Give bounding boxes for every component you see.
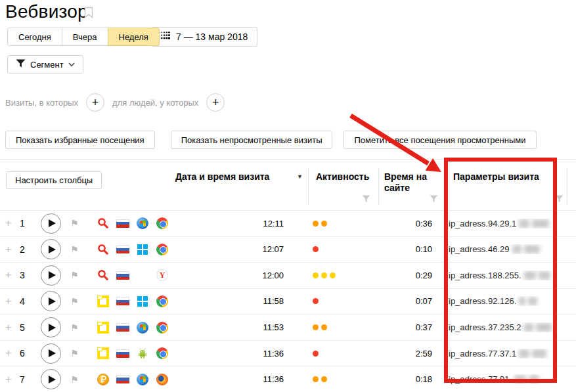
expand-plus-icon[interactable]: + bbox=[5, 218, 17, 229]
visit-time: 11:58 bbox=[263, 296, 308, 306]
expand-plus-icon[interactable]: + bbox=[5, 374, 17, 385]
table-row[interactable]: + 1 ⚑ bbox=[0, 211, 576, 237]
activity-dot bbox=[313, 221, 319, 227]
column-divider bbox=[444, 168, 445, 205]
blurred-ip-segment bbox=[514, 375, 526, 383]
segment-button[interactable]: Сегмент bbox=[7, 55, 83, 74]
play-button[interactable] bbox=[41, 213, 61, 234]
tab-week[interactable]: Неделя bbox=[108, 28, 160, 46]
expand-plus-icon[interactable]: + bbox=[5, 296, 17, 307]
blurred-ip-segment bbox=[539, 271, 550, 280]
table-top-divider bbox=[0, 159, 576, 160]
os-icon bbox=[136, 347, 149, 360]
activity-dot bbox=[313, 246, 319, 252]
flag-marker-icon[interactable]: ⚑ bbox=[70, 297, 81, 306]
play-button[interactable] bbox=[41, 369, 61, 389]
webvisor-page: Вебвизор Сегодня Вчера Неделя 7 — 13 мар… bbox=[0, 0, 576, 392]
play-button[interactable] bbox=[41, 265, 61, 286]
os-icon bbox=[136, 373, 149, 386]
blurred-ip-segment bbox=[532, 219, 549, 228]
expand-plus-icon[interactable]: + bbox=[5, 244, 17, 255]
visit-cell-main: + 1 ⚑ bbox=[0, 211, 308, 236]
play-triangle-icon bbox=[49, 376, 56, 383]
table-row[interactable]: + 7 ⚑ bbox=[0, 366, 576, 392]
column-header-activity: Активность bbox=[316, 171, 369, 183]
activity-dots bbox=[308, 246, 378, 252]
visit-time: 11:36 bbox=[263, 349, 308, 359]
visit-params-cell: ip_adress.77.91. bbox=[444, 374, 565, 384]
activity-dot bbox=[313, 272, 319, 278]
blurred-ip-segment bbox=[532, 349, 546, 358]
tab-today[interactable]: Сегодня bbox=[7, 28, 62, 46]
table-row[interactable]: + 6 ⚑ bbox=[0, 341, 576, 367]
play-button[interactable] bbox=[41, 239, 61, 259]
expand-plus-icon[interactable]: + bbox=[5, 322, 17, 333]
visits-table-body: + 1 ⚑ bbox=[0, 210, 576, 392]
table-row[interactable]: + 4 ⚑ bbox=[0, 289, 576, 315]
visit-time: 11:36 bbox=[263, 374, 308, 384]
activity-dots bbox=[308, 272, 378, 278]
country-flag-icon bbox=[116, 347, 129, 360]
sort-desc-icon[interactable]: ▼ bbox=[297, 173, 303, 180]
row-number: 1 bbox=[20, 218, 34, 229]
visit-params-value: ip_adress.92.126. bbox=[449, 296, 516, 306]
bookmark-icon[interactable] bbox=[84, 7, 93, 21]
visit-time: 12:11 bbox=[263, 219, 308, 229]
table-row[interactable]: + 5 ⚑ bbox=[0, 315, 576, 341]
expand-plus-icon[interactable]: + bbox=[5, 270, 17, 280]
flag-marker-icon[interactable]: ⚑ bbox=[70, 219, 81, 228]
flag-marker-icon[interactable]: ⚑ bbox=[70, 349, 81, 358]
blurred-ip-segment bbox=[528, 297, 537, 305]
browser-icon: Y bbox=[156, 295, 169, 308]
blurred-ip-segment bbox=[519, 349, 529, 358]
flag-marker-icon[interactable]: ⚑ bbox=[70, 323, 81, 332]
table-row[interactable]: + 3 ⚑ bbox=[0, 263, 576, 289]
country-flag-icon bbox=[116, 217, 129, 230]
visit-cell-main: + 7 ⚑ bbox=[0, 366, 308, 392]
traffic-source-icon bbox=[97, 321, 110, 334]
column-header-datetime[interactable]: Дата и время визита bbox=[175, 171, 269, 183]
tab-yesterday[interactable]: Вчера bbox=[62, 28, 108, 46]
segment-builder: Визиты, в которых + для людей, у которых… bbox=[5, 93, 225, 112]
visit-cell-main: + 3 ⚑ bbox=[0, 263, 308, 288]
browser-icon: Y bbox=[156, 347, 169, 360]
date-range-button[interactable]: 7 — 13 мар 2018 bbox=[151, 27, 257, 47]
visit-cell-main: + 2 ⚑ bbox=[0, 237, 308, 263]
play-button[interactable] bbox=[41, 291, 61, 311]
activity-dot bbox=[313, 324, 319, 330]
traffic-source-icon bbox=[97, 243, 110, 256]
activity-filter-funnel-icon[interactable] bbox=[362, 194, 370, 202]
blurred-ip-segment bbox=[524, 323, 533, 332]
show-favorites-button[interactable]: Показать избранные посещения bbox=[5, 131, 155, 149]
time-on-site-value: 0:29 bbox=[378, 271, 444, 280]
add-people-condition-button[interactable]: + bbox=[206, 93, 225, 112]
flag-marker-icon[interactable]: ⚑ bbox=[70, 375, 81, 384]
time-on-site-value: 0:07 bbox=[378, 296, 444, 306]
time-on-site-filter-funnel-icon[interactable] bbox=[430, 194, 438, 202]
activity-dots bbox=[308, 376, 378, 382]
play-button[interactable] bbox=[41, 343, 61, 364]
mark-all-viewed-button[interactable]: Пометить все посещения просмотренными bbox=[343, 131, 536, 149]
activity-dots bbox=[308, 351, 378, 357]
visit-params-cell: ip_adress.37.235.2 bbox=[444, 322, 565, 332]
os-icon bbox=[136, 243, 149, 256]
flag-marker-icon[interactable]: ⚑ bbox=[70, 271, 81, 280]
blurred-ip-segment bbox=[524, 245, 540, 253]
visit-params-value: ip_adress.77.37.1 bbox=[449, 349, 516, 359]
visit-time: 12:00 bbox=[262, 271, 308, 280]
flag-marker-icon[interactable]: ⚑ bbox=[70, 245, 81, 254]
play-button[interactable] bbox=[41, 317, 61, 338]
people-condition-label: для людей, у которых bbox=[112, 98, 198, 108]
visit-params-value: ip_adress.37.235.2 bbox=[449, 322, 521, 332]
expand-plus-icon[interactable]: + bbox=[5, 348, 17, 359]
blurred-ip-segment bbox=[519, 219, 529, 228]
show-unviewed-button[interactable]: Показать непросмотренные визиты bbox=[171, 131, 333, 149]
add-visit-condition-button[interactable]: + bbox=[86, 93, 104, 112]
row-number: 4 bbox=[20, 296, 34, 307]
table-row[interactable]: + 2 ⚑ bbox=[0, 237, 576, 263]
row-number: 5 bbox=[20, 322, 34, 333]
params-filter-funnel-icon[interactable] bbox=[555, 194, 564, 202]
play-triangle-icon bbox=[49, 246, 56, 253]
os-icon bbox=[136, 321, 149, 334]
configure-columns-button[interactable]: Настроить столбцы bbox=[6, 171, 102, 189]
